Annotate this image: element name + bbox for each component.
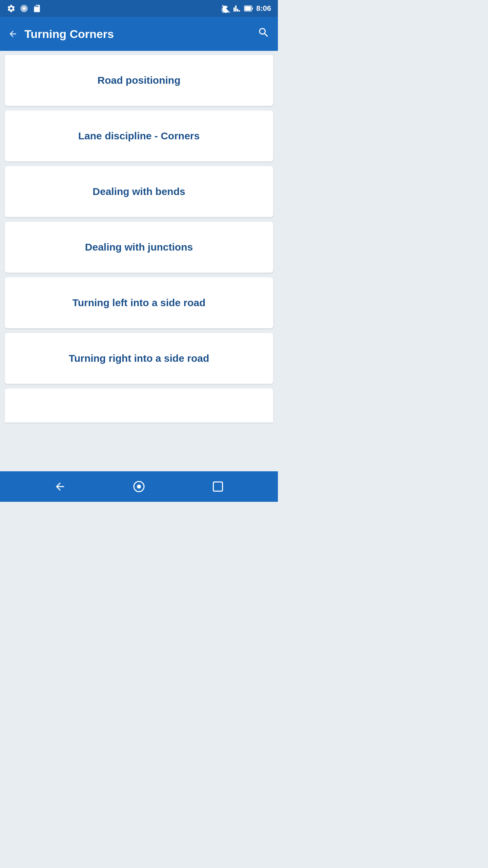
menu-list: Road positioning Lane discipline - Corne… (0, 51, 278, 471)
menu-item-turning-left[interactable]: Turning left into a side road (5, 277, 273, 328)
nav-recents-button[interactable] (212, 480, 224, 493)
app-bar: Turning Corners (0, 17, 278, 51)
search-icon (258, 26, 270, 39)
menu-item-label: Dealing with bends (93, 186, 185, 197)
sim-icon (20, 4, 28, 13)
menu-item-label: Turning left into a side road (73, 297, 206, 309)
svg-point-1 (23, 7, 26, 10)
menu-item-label: Lane discipline - Corners (78, 130, 200, 142)
back-arrow-icon (8, 29, 18, 39)
bottom-navigation (0, 471, 278, 502)
menu-item-turning-right[interactable]: Turning right into a side road (5, 333, 273, 384)
signal-icon (233, 4, 241, 13)
app-bar-title: Turning Corners (24, 27, 114, 41)
nav-home-icon (133, 480, 145, 493)
battery-icon (244, 4, 253, 13)
menu-item-label: Dealing with junctions (85, 241, 193, 253)
menu-item-partial[interactable] (5, 389, 273, 422)
menu-item-label: Turning right into a side road (69, 353, 209, 364)
svg-rect-7 (214, 482, 223, 491)
svg-rect-3 (252, 7, 253, 9)
status-time: 8:06 (256, 4, 271, 13)
back-button[interactable] (8, 29, 18, 39)
menu-item-lane-discipline[interactable]: Lane discipline - Corners (5, 111, 273, 161)
settings-icon (7, 4, 16, 13)
search-button[interactable] (258, 26, 270, 41)
svg-rect-4 (245, 6, 251, 11)
menu-item-dealing-bends[interactable]: Dealing with bends (5, 166, 273, 217)
svg-point-6 (137, 485, 141, 489)
wifi-x-icon (222, 4, 230, 13)
nav-back-icon (54, 480, 66, 493)
app-bar-left: Turning Corners (8, 27, 114, 41)
menu-item-dealing-junctions[interactable]: Dealing with junctions (5, 222, 273, 273)
menu-item-road-positioning[interactable]: Road positioning (5, 55, 273, 106)
nav-back-button[interactable] (54, 480, 66, 493)
status-bar-left-icons (7, 4, 41, 13)
menu-item-label: Road positioning (98, 75, 181, 86)
status-bar: 8:06 (0, 0, 278, 17)
nav-square-icon (212, 480, 224, 493)
status-bar-right-icons: 8:06 (222, 4, 271, 13)
nav-home-button[interactable] (133, 480, 145, 493)
sd-card-icon (33, 4, 41, 13)
